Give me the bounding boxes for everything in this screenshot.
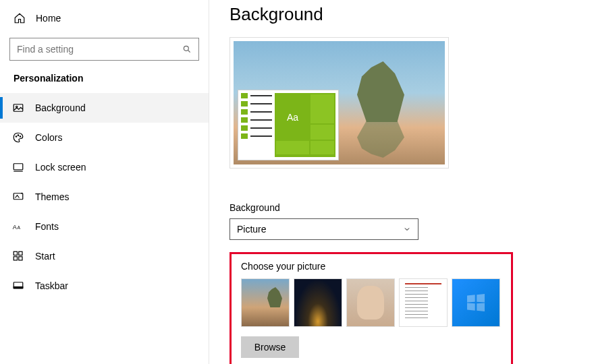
picture-thumb-5[interactable] bbox=[452, 278, 500, 327]
main-content: Background bbox=[209, 0, 594, 364]
search-input[interactable] bbox=[17, 44, 182, 55]
choose-picture-label: Choose your picture bbox=[241, 261, 502, 272]
picture-thumb-1[interactable] bbox=[241, 278, 290, 327]
nav-label: Fonts bbox=[35, 221, 59, 232]
preview-scenery bbox=[357, 61, 404, 122]
svg-text:A: A bbox=[18, 225, 21, 230]
nav-label: Colors bbox=[35, 132, 62, 143]
svg-point-4 bbox=[16, 136, 17, 138]
nav-start[interactable]: Start bbox=[0, 241, 209, 271]
preview-scenery-reflection bbox=[357, 121, 404, 158]
svg-point-0 bbox=[184, 46, 188, 51]
search-icon bbox=[182, 44, 192, 54]
picture-thumb-4[interactable] bbox=[399, 278, 448, 327]
background-section-label: Background bbox=[230, 202, 574, 213]
page-title: Background bbox=[230, 4, 574, 25]
home-nav[interactable]: Home bbox=[0, 7, 209, 35]
nav-label: Lock screen bbox=[35, 162, 86, 173]
settings-sidebar: Home Personalization Background Colors bbox=[0, 0, 209, 364]
svg-text:A: A bbox=[13, 224, 17, 231]
nav-label: Taskbar bbox=[35, 280, 68, 291]
background-type-dropdown[interactable]: Picture bbox=[230, 218, 418, 240]
picture-thumb-3[interactable] bbox=[346, 278, 395, 327]
nav-themes[interactable]: Themes bbox=[0, 182, 209, 212]
home-label: Home bbox=[36, 13, 61, 24]
svg-rect-7 bbox=[14, 164, 23, 170]
lock-screen-icon bbox=[12, 161, 24, 173]
preview-sample-text bbox=[276, 94, 309, 140]
home-icon bbox=[14, 12, 26, 24]
start-icon bbox=[12, 250, 24, 262]
fonts-icon: AA bbox=[12, 220, 24, 233]
background-preview bbox=[230, 37, 449, 169]
nav-background[interactable]: Background bbox=[0, 93, 209, 123]
nav-label: Themes bbox=[35, 191, 70, 202]
nav-colors[interactable]: Colors bbox=[0, 123, 209, 152]
picture-thumbnails bbox=[241, 278, 502, 327]
themes-icon bbox=[12, 191, 24, 203]
nav-fonts[interactable]: AA Fonts bbox=[0, 212, 209, 241]
picture-thumb-2[interactable] bbox=[294, 278, 342, 327]
dropdown-value: Picture bbox=[237, 224, 267, 235]
picture-icon bbox=[12, 102, 24, 114]
svg-rect-14 bbox=[14, 257, 17, 260]
svg-rect-12 bbox=[14, 251, 17, 255]
svg-rect-13 bbox=[19, 251, 22, 255]
svg-point-6 bbox=[20, 136, 21, 138]
svg-point-5 bbox=[18, 135, 19, 136]
svg-line-1 bbox=[188, 51, 190, 53]
chevron-down-icon bbox=[403, 225, 411, 233]
choose-picture-section: Choose your picture Browse bbox=[230, 252, 513, 364]
palette-icon bbox=[12, 131, 24, 144]
taskbar-icon bbox=[12, 280, 24, 292]
nav-label: Background bbox=[35, 102, 86, 113]
svg-rect-15 bbox=[19, 257, 22, 260]
nav-label: Start bbox=[35, 251, 55, 262]
preview-wallpaper bbox=[234, 41, 445, 164]
category-header: Personalization bbox=[0, 73, 209, 93]
search-box[interactable] bbox=[9, 38, 199, 61]
preview-window-mock bbox=[238, 90, 339, 160]
nav-lock-screen[interactable]: Lock screen bbox=[0, 152, 209, 182]
svg-rect-17 bbox=[14, 287, 23, 289]
browse-button[interactable]: Browse bbox=[241, 336, 299, 358]
nav-taskbar[interactable]: Taskbar bbox=[0, 271, 209, 301]
